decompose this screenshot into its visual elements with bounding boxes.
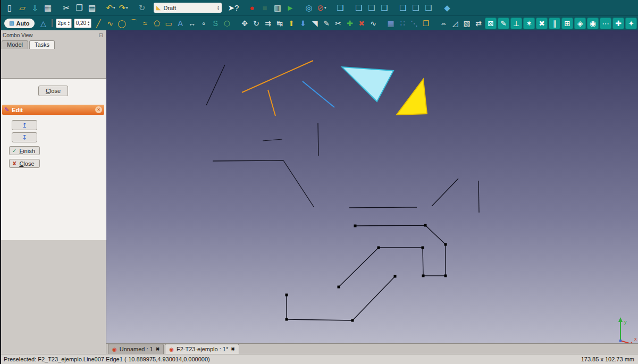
- draft-shape2dview-icon[interactable]: ▧: [461, 18, 473, 29]
- task-close-button[interactable]: Close: [38, 86, 68, 96]
- macro-execute-icon[interactable]: ►: [284, 2, 297, 14]
- cut-icon[interactable]: ✂: [60, 2, 73, 14]
- close-button[interactable]: ✘ Close: [9, 159, 40, 168]
- working-plane-auto-button[interactable]: ▨ Auto: [4, 19, 35, 28]
- vertex-marker[interactable]: [444, 275, 447, 277]
- line-width-spinbox[interactable]: 2px ▴▾: [56, 19, 72, 28]
- add-point-button[interactable]: ↥: [12, 120, 37, 130]
- float-panel-icon[interactable]: ⊡: [99, 32, 103, 38]
- dropdown-caret-icon[interactable]: ▾: [126, 6, 128, 10]
- text-size-arrows[interactable]: ▴▾: [88, 21, 89, 26]
- draft-wire[interactable]: [339, 225, 446, 287]
- finish-button[interactable]: ✓ Finish: [9, 146, 40, 155]
- draw-style-icon[interactable]: ⊘▾: [315, 2, 328, 14]
- snap-parallel-icon[interactable]: ∥: [549, 18, 560, 29]
- draft-move-icon[interactable]: ✥: [239, 18, 250, 29]
- draft-subelement-icon[interactable]: ✂: [332, 18, 344, 29]
- redo-icon[interactable]: ↷▾: [117, 2, 130, 14]
- snap-angle-icon[interactable]: ✶: [523, 18, 535, 29]
- line-color-swatch[interactable]: [52, 19, 53, 27]
- view-right-icon[interactable]: ❑: [378, 2, 391, 14]
- vertex-marker[interactable]: [377, 247, 380, 249]
- view-top-icon[interactable]: ❑: [365, 2, 378, 14]
- draft-to-sketch-icon[interactable]: ⇄: [473, 18, 484, 29]
- 3d-viewport[interactable]: xy: [106, 30, 638, 343]
- edit-task-close-icon[interactable]: ✕: [95, 106, 102, 113]
- sketch-line[interactable]: [303, 81, 334, 107]
- snap-intersection-icon[interactable]: ✖: [536, 18, 548, 29]
- sketch-line[interactable]: [213, 160, 283, 161]
- document-tab[interactable]: ◉F2-T23-ejemplo : 1*✖: [165, 344, 239, 354]
- draft-wire[interactable]: [287, 276, 395, 320]
- snap-midpoint-icon[interactable]: ◈: [574, 18, 586, 29]
- draft-rectangle-icon[interactable]: ▭: [163, 18, 174, 29]
- close-tab-icon[interactable]: ✖: [231, 346, 235, 352]
- undo-icon[interactable]: ↶▾: [104, 2, 117, 14]
- macro-stop-icon[interactable]: ■: [258, 2, 271, 14]
- print-icon[interactable]: ▦: [41, 2, 54, 14]
- sketch-line[interactable]: [283, 160, 314, 207]
- vertex-marker[interactable]: [354, 225, 357, 227]
- vertex-marker[interactable]: [286, 318, 288, 321]
- draft-edit-icon[interactable]: ✎: [321, 18, 332, 29]
- close-tab-icon[interactable]: ✖: [156, 346, 160, 352]
- vertex-marker[interactable]: [338, 286, 340, 289]
- measure-distance-icon[interactable]: ◆: [441, 2, 454, 14]
- snap-perpendicular-icon[interactable]: ⊥: [510, 18, 522, 29]
- sketch-line[interactable]: [263, 139, 282, 141]
- draft-wire-to-bspline-icon[interactable]: ∿: [367, 18, 379, 29]
- whats-this-icon[interactable]: ➤?: [227, 2, 240, 14]
- tab-model[interactable]: Model: [2, 40, 28, 49]
- view-rear-icon[interactable]: ❑: [397, 2, 409, 14]
- macros-dialog-icon[interactable]: ▥: [271, 2, 284, 14]
- draft-slope-icon[interactable]: ◿: [449, 18, 461, 29]
- draft-downgrade-icon[interactable]: ⬇: [297, 18, 309, 29]
- snap-lock-icon[interactable]: ⊠: [485, 18, 497, 29]
- vertex-marker[interactable]: [351, 319, 354, 322]
- draft-facebinder-icon[interactable]: ⬡: [221, 18, 233, 29]
- workbench-selector[interactable]: ◣ Draft ▴▾: [154, 3, 222, 13]
- document-tab[interactable]: ◉Unnamed : 1✖: [108, 344, 164, 354]
- new-document-icon[interactable]: ▯: [3, 2, 16, 14]
- draft-point-icon[interactable]: ∘: [198, 18, 209, 29]
- draft-circle-icon[interactable]: ◯: [116, 18, 128, 29]
- draft-wire-icon[interactable]: ∿: [104, 18, 116, 29]
- paste-icon[interactable]: ▤: [86, 2, 98, 14]
- snap-special-icon[interactable]: ✦: [625, 18, 637, 29]
- draft-clone-icon[interactable]: ❐: [420, 18, 432, 29]
- refresh-icon[interactable]: ↻: [136, 2, 148, 14]
- remove-point-button[interactable]: ↧: [12, 132, 37, 142]
- dropdown-caret-icon[interactable]: ▾: [324, 6, 326, 10]
- sketch-line[interactable]: [206, 65, 225, 105]
- fit-all-icon[interactable]: ◎: [303, 2, 315, 14]
- vertex-marker[interactable]: [422, 275, 425, 277]
- draft-scale-icon[interactable]: ◥: [309, 18, 321, 29]
- draft-upgrade-icon[interactable]: ⬆: [286, 18, 297, 29]
- vertex-marker[interactable]: [286, 294, 288, 297]
- view-isometric-icon[interactable]: ❑: [334, 2, 347, 14]
- draft-path-array-icon[interactable]: ⋱: [408, 18, 420, 29]
- snap-grid-icon[interactable]: ⊞: [561, 18, 573, 29]
- tab-tasks[interactable]: Tasks: [29, 40, 55, 49]
- draft-text-icon[interactable]: A: [174, 18, 186, 29]
- sketch-line[interactable]: [318, 123, 318, 156]
- draft-dimension-icon[interactable]: ↔: [186, 18, 198, 29]
- draft-rotate-icon[interactable]: ↻: [250, 18, 262, 29]
- draft-bspline-icon[interactable]: ≈: [139, 18, 151, 29]
- draft-polygon-icon[interactable]: ⬠: [151, 18, 163, 29]
- macro-record-icon[interactable]: ●: [246, 2, 258, 14]
- draft-offset-icon[interactable]: ⇉: [262, 18, 274, 29]
- open-file-icon[interactable]: ▱: [16, 2, 29, 14]
- snap-near-icon[interactable]: ⋯: [600, 18, 611, 29]
- draft-shapestring-icon[interactable]: S: [209, 18, 221, 29]
- sketch-line[interactable]: [349, 207, 417, 208]
- line-width-arrows[interactable]: ▴▾: [68, 21, 70, 26]
- draft-line-icon[interactable]: ╱: [93, 18, 104, 29]
- copy-icon[interactable]: ❐: [73, 2, 86, 14]
- vertex-marker[interactable]: [422, 247, 424, 249]
- sketch-line[interactable]: [268, 90, 275, 116]
- view-bottom-icon[interactable]: ❑: [409, 2, 422, 14]
- snap-endpoint-icon[interactable]: ✎: [498, 18, 509, 29]
- draft-mirror-icon[interactable]: ⇔: [438, 18, 449, 29]
- filled-triangle[interactable]: [342, 67, 393, 101]
